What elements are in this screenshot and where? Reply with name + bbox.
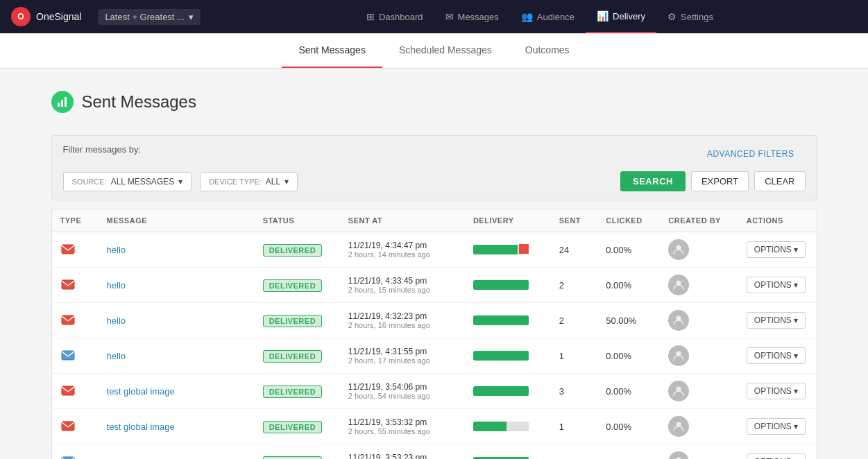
cell-actions: OPTIONS ▾: [738, 409, 817, 444]
tab-sent-messages[interactable]: Sent Messages: [282, 33, 382, 68]
sent-at-relative: 2 hours, 15 minutes ago: [348, 286, 457, 294]
audience-icon: 👥: [521, 11, 533, 22]
device-filter-button[interactable]: DEVICE TYPE: ALL ▾: [200, 172, 298, 191]
col-header-delivery: DELIVERY: [465, 209, 551, 232]
table-row: test global imageDELIVERED11/21/19, 3:53…: [51, 409, 817, 444]
source-label: SOURCE:: [72, 177, 107, 186]
top-navigation: O OneSignal Latest + Greatest ... ▾ ⊞ Da…: [0, 0, 868, 33]
nav-settings[interactable]: ⚙ Settings: [656, 0, 724, 33]
nav-messages[interactable]: ✉ Messages: [434, 0, 510, 33]
source-filter-button[interactable]: SOURCE: ALL MESSAGES ▾: [63, 172, 192, 191]
cell-actions: OPTIONS ▾: [738, 374, 817, 409]
message-link[interactable]: test global image: [107, 457, 175, 460]
cell-status: DELIVERED: [255, 444, 340, 460]
device-value: ALL: [266, 177, 280, 187]
export-button[interactable]: EXPORT: [691, 171, 749, 191]
delivery-bar-background: [473, 386, 529, 396]
delivery-bar: [473, 386, 529, 397]
cell-message: hello: [99, 303, 255, 338]
message-link[interactable]: hello: [107, 245, 126, 255]
delivery-bar-background: [473, 245, 529, 254]
cell-created-by: [660, 338, 738, 374]
options-button[interactable]: OPTIONS ▾: [747, 241, 806, 258]
options-button[interactable]: OPTIONS ▾: [747, 453, 806, 459]
delivery-bar-fill: [473, 315, 529, 325]
avatar: [668, 275, 689, 295]
brand-logo[interactable]: O OneSignal: [11, 7, 81, 26]
delivery-bar-fill: [473, 422, 507, 431]
delivery-bar-fill: [473, 245, 518, 254]
cell-sent-count: 24: [551, 232, 598, 268]
cell-message: test global image: [99, 374, 255, 409]
table-row: helloDELIVERED11/21/19, 4:32:23 pm2 hour…: [51, 303, 817, 338]
col-header-created-by: CREATED BY: [660, 209, 738, 232]
status-badge: DELIVERED: [263, 244, 322, 257]
avatar: [668, 239, 689, 260]
cell-status: DELIVERED: [255, 268, 340, 303]
message-link[interactable]: hello: [107, 315, 126, 326]
col-header-actions: ACTIONS: [738, 209, 817, 232]
search-button[interactable]: SEARCH: [620, 171, 686, 191]
svg-rect-0: [58, 103, 60, 107]
cell-sent-count: 2: [551, 303, 598, 338]
tab-scheduled-messages[interactable]: Scheduled Messages: [382, 33, 509, 68]
delivery-bar-error: [519, 245, 529, 254]
message-type-icon: [60, 384, 80, 398]
cell-clicked-rate: 0.00%: [597, 409, 660, 444]
options-button[interactable]: OPTIONS ▾: [747, 347, 806, 364]
delivery-bar: [473, 279, 529, 291]
cell-sent-at: 11/21/19, 3:54:06 pm2 hours, 54 minutes …: [340, 374, 465, 409]
message-link[interactable]: test global image: [107, 386, 175, 397]
cell-created-by: [660, 409, 738, 444]
nav-settings-label: Settings: [681, 12, 713, 22]
brand-name: OneSignal: [36, 11, 81, 22]
sent-at-timestamp: 11/21/19, 4:34:47 pm: [348, 241, 457, 250]
message-link[interactable]: hello: [107, 280, 126, 291]
cell-clicked-rate: 0.00%: [597, 268, 660, 303]
delivery-bar-fill: [473, 386, 529, 396]
message-type-icon: [60, 243, 80, 257]
options-button[interactable]: OPTIONS ▾: [747, 277, 806, 293]
device-label: DEVICE TYPE:: [209, 177, 262, 186]
cell-clicked-rate: 0.00%: [597, 232, 660, 268]
nav-dashboard[interactable]: ⊞ Dashboard: [355, 0, 434, 33]
filter-top-row: Filter messages by: ADVANCED FILTERS: [63, 144, 806, 163]
filter-right: SEARCH EXPORT CLEAR: [620, 171, 805, 191]
svg-rect-19: [62, 386, 74, 395]
device-chevron-icon: ▾: [284, 177, 289, 187]
options-button[interactable]: OPTIONS ▾: [747, 312, 806, 329]
sent-at-relative: 2 hours, 55 minutes ago: [348, 427, 457, 435]
nav-audience[interactable]: 👥 Audience: [510, 0, 586, 33]
cell-status: DELIVERED: [255, 232, 340, 268]
filter-controls: SOURCE: ALL MESSAGES ▾ DEVICE TYPE: ALL …: [63, 171, 806, 191]
page-title: Sent Messages: [82, 92, 196, 112]
table-row: test global imageDELIVERED11/21/19, 3:53…: [51, 444, 817, 460]
nav-links: ⊞ Dashboard ✉ Messages 👥 Audience 📊 Deli…: [223, 0, 857, 33]
app-selector-label: Latest + Greatest ...: [105, 12, 185, 22]
avatar: [668, 451, 689, 459]
cell-created-by: [660, 444, 738, 460]
cell-clicked-rate: 0.00%: [597, 374, 660, 409]
options-button[interactable]: OPTIONS ▾: [747, 418, 806, 435]
message-type-icon: [60, 455, 80, 459]
settings-icon: ⚙: [667, 11, 676, 22]
cell-delivery: [465, 268, 551, 303]
tab-outcomes[interactable]: Outcomes: [509, 33, 586, 68]
dashboard-icon: ⊞: [366, 11, 375, 22]
table-row: helloDELIVERED11/21/19, 4:33:45 pm2 hour…: [51, 268, 817, 303]
options-button[interactable]: OPTIONS ▾: [747, 383, 806, 399]
message-link[interactable]: test global image: [107, 422, 175, 432]
status-badge: DELIVERED: [263, 421, 322, 433]
clear-button[interactable]: CLEAR: [754, 171, 805, 191]
message-type-icon: [60, 313, 80, 327]
app-selector[interactable]: Latest + Greatest ... ▾: [98, 9, 201, 25]
cell-sent-at: 11/21/19, 4:31:55 pm2 hours, 17 minutes …: [340, 338, 465, 374]
onesignal-logo: O: [11, 7, 31, 26]
advanced-filters-link[interactable]: ADVANCED FILTERS: [707, 149, 794, 159]
message-link[interactable]: hello: [107, 351, 126, 361]
nav-delivery[interactable]: 📊 Delivery: [586, 0, 656, 33]
cell-message: test global image: [99, 409, 255, 444]
page-content: Sent Messages Filter messages by: ADVANC…: [18, 69, 851, 459]
cell-message: test global image: [99, 444, 255, 460]
message-type-icon: [60, 419, 80, 433]
